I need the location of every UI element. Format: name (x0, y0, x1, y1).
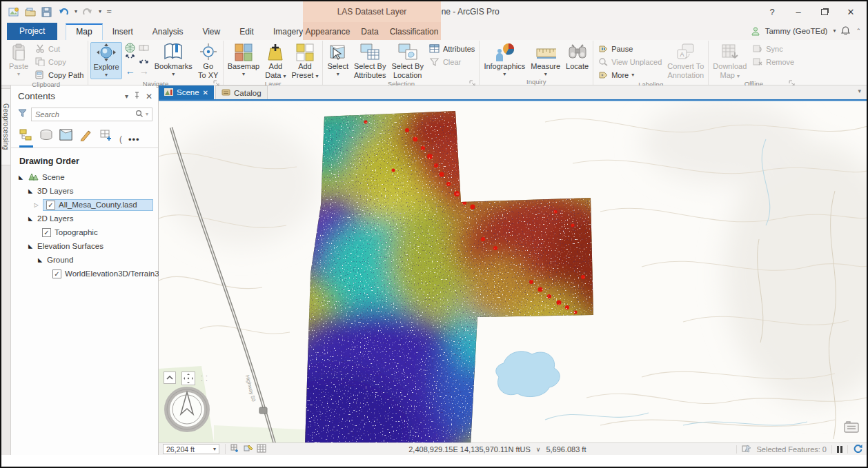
next-extent-icon[interactable]: → (139, 66, 149, 76)
pane-close-icon[interactable]: ✕ (146, 92, 152, 101)
list-by-labeling-icon-partial[interactable]: ( (119, 134, 122, 147)
tree-item-scene[interactable]: ◢ Scene (11, 170, 158, 184)
notifications-bell-icon[interactable] (841, 26, 850, 37)
tab-view[interactable]: View (193, 24, 230, 40)
lasd-checkbox[interactable]: ✓ (46, 201, 55, 210)
pause-drawing-button[interactable] (837, 446, 842, 453)
download-map-button[interactable]: Download Map ▾ (711, 42, 749, 80)
explore-button[interactable]: Explore ▾ (90, 42, 121, 79)
tree-item-elevation-surfaces[interactable]: ◢ Elevation Surfaces (11, 239, 158, 253)
attributes-button[interactable]: Attributes (427, 43, 477, 54)
world-elevation-checkbox[interactable]: ✓ (52, 269, 61, 278)
tab-analysis[interactable]: Analysis (143, 24, 193, 40)
more-labeling-button[interactable]: More ▾ (595, 69, 664, 81)
basemap-button[interactable]: Basemap ▾ (226, 42, 262, 78)
collapsed-triangle-icon[interactable]: ▷ (33, 202, 39, 208)
list-by-editing-icon[interactable] (79, 129, 93, 147)
expanded-triangle-icon[interactable]: ◢ (28, 216, 34, 222)
notification-message-icon[interactable] (843, 420, 860, 437)
add-bookmark-icon[interactable] (230, 444, 240, 454)
infographics-button[interactable]: Infographics ▾ (482, 42, 527, 78)
convert-to-annotation-button[interactable]: A Convert To Annotation (665, 42, 706, 80)
refresh-view-button[interactable] (853, 444, 862, 454)
view-tab-catalog[interactable]: Catalog (215, 85, 268, 99)
full-extent-icon[interactable] (125, 54, 135, 67)
tab-data[interactable]: Data (355, 24, 384, 40)
paste-button[interactable]: Paste ▾ (6, 42, 31, 78)
fixed-zoom-icon[interactable] (139, 54, 149, 67)
tab-edit[interactable]: Edit (230, 24, 264, 40)
collapse-ribbon-chevron[interactable]: ⌃ (856, 28, 861, 34)
tab-project[interactable]: Project (7, 23, 57, 40)
user-name[interactable]: Tammy (GeoTEd) (765, 27, 828, 35)
expanded-triangle-icon[interactable]: ◢ (37, 257, 43, 263)
bookmarks-button[interactable]: Bookmarks ▾ (152, 42, 195, 78)
pause-labeling-button[interactable]: Pause (595, 43, 664, 54)
expanded-triangle-icon[interactable]: ◢ (28, 188, 34, 194)
pane-pin-icon[interactable] (134, 92, 140, 101)
tab-appearance[interactable]: Appearance (300, 24, 356, 40)
compass-north-arrow[interactable] (164, 387, 210, 435)
view-tab-scene[interactable]: Scene ✕ (159, 85, 214, 99)
contents-search-box[interactable]: ▾ (31, 108, 152, 121)
list-by-snapping-icon[interactable] (99, 129, 113, 147)
view-unplaced-button[interactable]: View Unplaced (595, 56, 664, 68)
selected-features-count[interactable]: Selected Features: 0 (756, 445, 827, 454)
map-scale-combobox[interactable]: 26,204 ft ▾ (163, 444, 219, 454)
undo-icon[interactable] (58, 7, 70, 17)
previous-extent-icon[interactable]: ← (126, 66, 135, 76)
copy-path-button[interactable]: Copy Path (32, 69, 86, 81)
expanded-triangle-icon[interactable]: ◢ (28, 243, 34, 250)
go-to-xy-button[interactable]: Go To XY (196, 42, 221, 80)
remove-button[interactable]: Remove (750, 56, 796, 68)
close-button[interactable]: ✕ (839, 3, 862, 20)
save-project-icon[interactable] (41, 7, 53, 17)
tree-item-topographic[interactable]: ✓ Topographic (11, 225, 158, 239)
contents-search-input[interactable] (35, 110, 135, 119)
help-button[interactable]: ? (760, 3, 784, 20)
scene-canvas[interactable]: Highway 50 (159, 101, 867, 442)
minimize-button[interactable]: – (787, 3, 810, 20)
measure-button[interactable]: Measure ▾ (529, 42, 562, 78)
search-options-caret[interactable]: ▾ (146, 112, 148, 117)
tab-insert[interactable]: Insert (103, 24, 143, 40)
expanded-triangle-icon[interactable]: ◢ (18, 174, 24, 181)
table-grid-icon[interactable] (257, 444, 266, 454)
geoprocessing-side-tab[interactable]: Geoprocessing (1, 88, 11, 165)
filter-icon[interactable] (18, 108, 27, 121)
user-dropdown-caret[interactable]: ▾ (833, 28, 836, 34)
select-by-location-button[interactable]: Select By Location (389, 42, 425, 80)
pane-menu-caret-icon[interactable]: ▾ (125, 92, 128, 100)
select-button[interactable]: Select ▾ (325, 42, 351, 78)
undo-dropdown-caret[interactable]: ▾ (75, 9, 77, 14)
new-project-icon[interactable] (8, 7, 20, 17)
list-by-drawing-order-icon[interactable] (19, 129, 33, 147)
drag-dots-icon[interactable]: ∙ ∙∙ ∙ (201, 374, 208, 383)
redo-dropdown-caret[interactable]: ▾ (99, 9, 101, 14)
tree-item-ground[interactable]: ◢ Ground (11, 253, 158, 267)
redo-icon[interactable] (82, 7, 94, 17)
list-by-selection-icon[interactable] (59, 129, 73, 147)
sync-button[interactable]: Sync (750, 43, 796, 54)
tab-map[interactable]: Map (66, 23, 102, 40)
tree-item-2d-layers[interactable]: ◢ 2D Layers (11, 212, 158, 225)
list-by-data-source-icon[interactable] (39, 129, 53, 147)
coordinates-dropdown-caret[interactable]: ∨ (536, 447, 541, 452)
close-scene-tab-icon[interactable]: ✕ (203, 89, 208, 96)
tab-classification[interactable]: Classification (384, 24, 444, 40)
add-preset-button[interactable]: Add Preset ▾ (290, 42, 321, 80)
maximize-button[interactable] (813, 3, 836, 20)
pan-pad-button[interactable] (181, 372, 195, 385)
view-tab-overflow-caret[interactable]: ▾ (858, 88, 861, 94)
add-data-button[interactable]: Add Data ▾ (263, 42, 288, 80)
tree-item-3d-layers[interactable]: ◢ 3D Layers (11, 184, 158, 198)
tree-item-world-elevation[interactable]: ✓ WorldElevation3D/Terrain3D (11, 267, 158, 281)
locate-button[interactable]: Locate (564, 42, 591, 72)
topographic-checkbox[interactable]: ✓ (42, 228, 51, 237)
edit-grid-icon[interactable] (244, 444, 253, 454)
clear-selection-button[interactable]: Clear (427, 56, 477, 68)
open-project-icon[interactable] (25, 7, 37, 17)
collapse-navigator-button[interactable] (164, 372, 176, 384)
more-view-options-icon[interactable]: ••• (128, 134, 140, 147)
customize-qat-icon[interactable]: ≂ (106, 9, 112, 14)
